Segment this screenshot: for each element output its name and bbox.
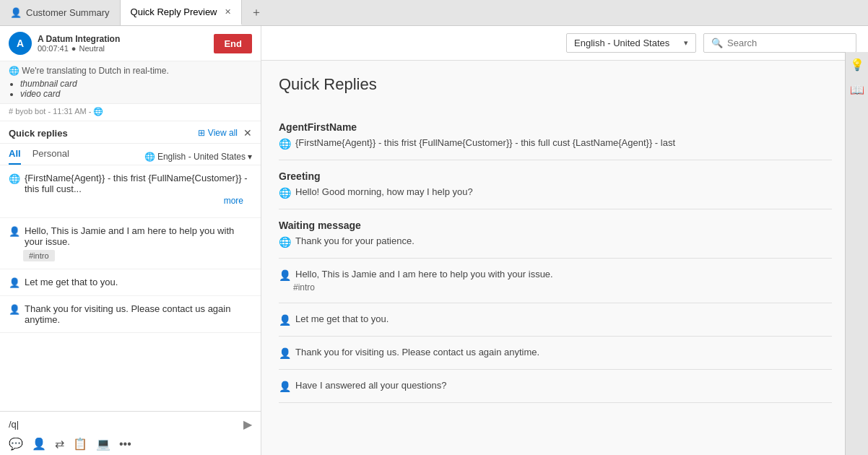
qr-panel-close-icon[interactable]: ✕: [243, 127, 252, 139]
search-icon: 🔍: [711, 38, 723, 48]
qr-preview-item[interactable]: 👤 Hello, This is Jamie and I am here to …: [279, 259, 832, 303]
qr-item-content: Hello, This is Jamie and I am here to he…: [25, 225, 252, 247]
language-dropdown[interactable]: English - United States ▾: [566, 33, 696, 53]
search-input[interactable]: [727, 38, 849, 48]
qr-item-content: Let me get that to you.: [25, 277, 118, 287]
qr-preview-text: Hello! Good morning, how may I help you?: [295, 186, 473, 197]
qr-list-item[interactable]: 👤 Hello, This is Jamie and I am here to …: [0, 218, 261, 269]
person-icon: 👤: [9, 304, 20, 315]
quick-replies-panel: Quick replies ⊞ View all ✕ All Personal …: [0, 121, 261, 411]
end-button[interactable]: End: [214, 34, 252, 53]
globe-icon-lang: 🌐: [144, 152, 155, 162]
viewall-label: View all: [208, 128, 238, 138]
qr-preview-body: 👤 Hello, This is Jamie and I am here to …: [279, 269, 832, 281]
avatar: A: [9, 32, 32, 55]
tab-quick-reply-preview[interactable]: Quick Reply Preview ✕: [121, 0, 242, 25]
lightbulb-icon[interactable]: 💡: [850, 58, 864, 72]
person-icon: 👤: [9, 226, 20, 237]
chat-input[interactable]: [9, 416, 239, 433]
person-toolbar-icon[interactable]: 👤: [32, 437, 46, 451]
dropdown-label: English - United States: [574, 38, 669, 48]
chat-input-area: ▶ 💬 👤 ⇄ 📋 💻 •••: [0, 411, 261, 455]
qr-content: Quick Replies AgentFirstName 🌐 {FirstNam…: [261, 61, 868, 455]
globe-icon: 🌐: [9, 173, 20, 184]
qr-item-text: 👤 Hello, This is Jamie and I am here to …: [9, 225, 252, 247]
bot-timestamp: # byob bot - 11:31 AM - 🌐: [0, 104, 261, 121]
qr-panel-title: Quick replies: [9, 128, 198, 139]
qr-more-link[interactable]: more: [9, 194, 252, 210]
chevron-down-icon: ▾: [248, 152, 252, 162]
sentiment-label: Neutral: [79, 44, 104, 53]
qr-tag: #intro: [23, 250, 55, 261]
chat-header: A A Datum Integration 00:07:41 ● Neutral…: [0, 26, 261, 61]
qr-preview-body: 👤 Thank you for visiting us. Please cont…: [279, 347, 832, 359]
qr-preview-item[interactable]: AgentFirstName 🌐 {FirstName{Agent}} - th…: [279, 111, 832, 160]
qr-list-item[interactable]: 👤 Let me get that to you.: [0, 269, 261, 296]
qr-preview-text: Have I answered all your questions?: [295, 380, 447, 391]
chat-toolbar: 💬 👤 ⇄ 📋 💻 •••: [9, 433, 252, 451]
qr-preview-item[interactable]: Greeting 🌐 Hello! Good morning, how may …: [279, 160, 832, 209]
qr-language-selector[interactable]: 🌐 English - United States ▾: [144, 152, 252, 162]
person-icon: 👤: [9, 277, 20, 288]
qr-tab-personal[interactable]: Personal: [32, 148, 69, 165]
translation-notice: 🌐 We're translating to Dutch in real-tim…: [0, 61, 261, 104]
globe-icon: 🌐: [279, 138, 291, 150]
transfer-toolbar-icon[interactable]: ⇄: [55, 437, 64, 451]
qr-list-item[interactable]: 👤 Thank you for visiting us. Please cont…: [0, 296, 261, 333]
qr-preview-text: Hello, This is Jamie and I am here to he…: [295, 269, 553, 280]
chat-input-row: ▶: [9, 416, 252, 433]
main-layout: A A Datum Integration 00:07:41 ● Neutral…: [0, 26, 868, 455]
tab-quick-reply-preview-label: Quick Reply Preview: [131, 6, 217, 17]
person-icon: 👤: [279, 314, 291, 326]
qr-section-title: Quick Replies: [279, 75, 832, 94]
qr-preview-body: 🌐 {FirstName{Agent}} - this frist {FullN…: [279, 137, 832, 150]
qr-item-text: 👤 Let me get that to you.: [9, 277, 252, 288]
tab-close-icon[interactable]: ✕: [225, 7, 231, 17]
qr-preview-item[interactable]: 👤 Thank you for visiting us. Please cont…: [279, 337, 832, 370]
qr-preview-body: 🌐 Thank you for your patience.: [279, 235, 832, 248]
qr-preview-item[interactable]: 👤 Have I answered all your questions?: [279, 370, 832, 403]
left-panel: A A Datum Integration 00:07:41 ● Neutral…: [0, 26, 261, 455]
view-all-link[interactable]: ⊞ View all: [198, 128, 238, 138]
right-header: English - United States ▾ 🔍: [261, 26, 868, 61]
qr-preview-text: Thank you for your patience.: [295, 235, 415, 246]
globe-icon: 🌐: [279, 187, 291, 199]
qr-preview-name: Waiting message: [279, 220, 832, 231]
qr-list-item[interactable]: 🌐 {FirstName{Agent}} - this frist {FullN…: [0, 165, 261, 218]
qr-item-text: 👤 Thank you for visiting us. Please cont…: [9, 303, 252, 325]
quick-replies-toolbar-icon[interactable]: 💬: [9, 437, 23, 451]
right-panel: English - United States ▾ 🔍 Quick Replie…: [261, 26, 868, 455]
company-name: A Datum Integration: [38, 34, 214, 44]
qr-preview-item[interactable]: Waiting message 🌐 Thank you for your pat…: [279, 209, 832, 259]
timer: 00:07:41: [38, 44, 69, 53]
card-item-thumbnail: thumbnail card: [20, 79, 252, 89]
person-icon: 👤: [279, 381, 291, 392]
qr-panel-header: Quick replies ⊞ View all ✕: [0, 121, 261, 144]
qr-preview-text: {FirstName{Agent}} - this frist {FullNam…: [295, 137, 675, 148]
qr-preview-text: Let me get that to you.: [295, 313, 389, 324]
qr-item-content: Thank you for visiting us. Please contac…: [25, 303, 252, 325]
tab-customer-summary[interactable]: 👤 Customer Summary: [0, 0, 121, 25]
chat-status: 00:07:41 ● Neutral: [38, 44, 214, 53]
tab-bar: 👤 Customer Summary Quick Reply Preview ✕…: [0, 0, 868, 26]
translation-text: We're translating to Dutch in real-time.: [22, 66, 168, 76]
chat-info: A Datum Integration 00:07:41 ● Neutral: [38, 34, 214, 53]
qr-tabs: All Personal 🌐 English - United States ▾: [0, 144, 261, 165]
tab-add-button[interactable]: ＋: [242, 0, 271, 25]
translate-icon: 🌐: [9, 66, 19, 76]
consult-toolbar-icon[interactable]: 💻: [96, 437, 110, 451]
search-box: 🔍: [703, 33, 856, 53]
send-icon[interactable]: ▶: [243, 417, 252, 431]
qr-preview-name: Greeting: [279, 170, 832, 182]
chevron-down-icon: ▾: [684, 38, 688, 48]
more-toolbar-icon[interactable]: •••: [119, 438, 131, 451]
right-side-icons: 💡 📖: [845, 52, 868, 455]
qr-preview-body: 👤 Have I answered all your questions?: [279, 380, 832, 392]
note-toolbar-icon[interactable]: 📋: [73, 437, 87, 451]
qr-item-content: {FirstName{Agent}} - this frist {FullNam…: [25, 173, 252, 194]
layout-icon[interactable]: 📖: [850, 83, 864, 97]
qr-language-label: English - United States: [157, 152, 246, 162]
qr-preview-item[interactable]: 👤 Let me get that to you.: [279, 303, 832, 337]
qr-preview-body: 🌐 Hello! Good morning, how may I help yo…: [279, 186, 832, 199]
qr-tab-all[interactable]: All: [9, 148, 21, 165]
